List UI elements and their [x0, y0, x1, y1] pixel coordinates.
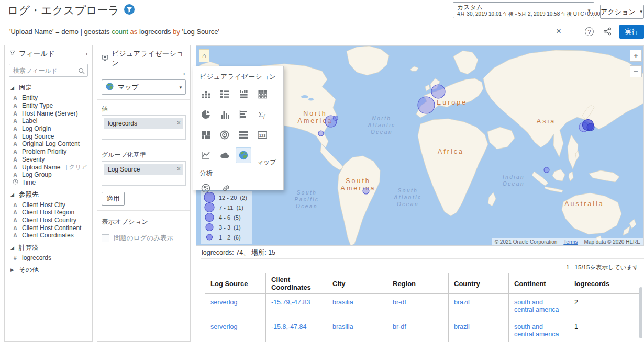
- table-cell-link[interactable]: brasilia: [327, 318, 387, 342]
- table-scrollbar[interactable]: [639, 287, 642, 338]
- group-by-chip-box: Log Source×: [102, 161, 186, 186]
- remove-chip-icon[interactable]: ×: [177, 119, 181, 127]
- visualization-type-select[interactable]: マップ ▼: [102, 79, 186, 95]
- collapse-viz-panel-icon[interactable]: ‹: [97, 70, 190, 78]
- viz-option-records-list-icon[interactable]: [217, 86, 232, 102]
- table-cell-link[interactable]: brazil: [449, 318, 509, 342]
- table-cell-link[interactable]: -15.79,-47.83: [266, 294, 327, 318]
- chip-log-source[interactable]: Log Source×: [104, 164, 183, 175]
- actions-button-label: アクション: [601, 7, 636, 17]
- map-bubble-us-gulf[interactable]: [318, 131, 324, 136]
- table-cell-link[interactable]: south and central america: [509, 294, 569, 318]
- viz-option-records-histogram-icon[interactable]: [236, 86, 251, 102]
- results-table: Log SourceClient CoordinatesCityRegionCo…: [205, 273, 640, 342]
- field-item-client-host-country[interactable]: AClient Host Country: [12, 216, 90, 224]
- field-item-log-source[interactable]: ALog Source: [12, 132, 90, 140]
- viz-option-stacked-bar-chart-icon[interactable]: [198, 86, 214, 102]
- field-item-label[interactable]: ALabel: [12, 117, 90, 125]
- field-item-log-origin[interactable]: ALog Origin: [12, 125, 90, 133]
- ocean-label: NorthAtlanticOcean: [368, 116, 396, 135]
- map-zoom-in-button[interactable]: +: [630, 50, 642, 62]
- table-column-header[interactable]: Log Source: [205, 273, 266, 294]
- viz-option-map-icon[interactable]: [236, 147, 251, 163]
- viz-option-treemap-icon[interactable]: [198, 127, 214, 143]
- apply-button[interactable]: 適用: [102, 192, 125, 206]
- field-item-client-coordinates[interactable]: AClient Coordinates: [12, 232, 90, 240]
- viz-option-table-grid-icon[interactable]: [254, 86, 270, 102]
- field-item-problem-priority[interactable]: AProblem Priority: [12, 148, 90, 156]
- share-icon[interactable]: [603, 27, 612, 38]
- table-cell-link[interactable]: serverlog: [205, 294, 266, 318]
- run-button[interactable]: 実行: [619, 25, 644, 39]
- field-item-host-name-server-[interactable]: AHost Name (Server): [12, 109, 90, 117]
- field-item-label: Original Log Content: [22, 140, 80, 147]
- analysis-option-cluster-icon[interactable]: [198, 180, 214, 196]
- query-token: 'Log Source': [182, 28, 219, 36]
- filter-badge-icon[interactable]: [124, 4, 135, 17]
- field-item-client-host-continent[interactable]: AClient Host Continent: [12, 224, 90, 232]
- map-bubble-brazil[interactable]: [363, 188, 369, 194]
- table-cell-link[interactable]: br-df: [387, 294, 449, 318]
- viz-option-pie-chart-icon[interactable]: [198, 107, 214, 122]
- table-column-header[interactable]: Client Coordinates: [266, 273, 327, 294]
- table-cell-link[interactable]: south and central america: [509, 318, 569, 342]
- remove-chip-icon[interactable]: ×: [177, 165, 181, 173]
- field-item-logrecords[interactable]: #logrecords: [12, 254, 90, 262]
- table-column-header[interactable]: logrecords: [569, 273, 641, 294]
- table-cell-link[interactable]: brasilia: [327, 294, 387, 318]
- time-range-selector[interactable]: カスタム 4月 30, 2019 10:01 午後 - 5月 2, 2019 1…: [453, 2, 594, 18]
- field-item-entity[interactable]: AEntity: [12, 94, 90, 102]
- collapse-fields-panel-icon[interactable]: ‹: [86, 51, 88, 57]
- viz-option-word-cloud-icon[interactable]: [217, 147, 232, 163]
- field-section-header[interactable]: ▶その他: [10, 265, 90, 276]
- query-token: logrecords: [139, 28, 171, 36]
- map-bubble-singapore[interactable]: [544, 167, 549, 173]
- table-column-header[interactable]: Continent: [509, 273, 569, 294]
- field-item-original-log-content[interactable]: AOriginal Log Content: [12, 140, 90, 148]
- clear-filter-link[interactable]: | クリア: [65, 163, 87, 171]
- map-home-button[interactable]: ⌂: [199, 49, 209, 62]
- map-bubble-us-east-small[interactable]: [334, 116, 338, 121]
- viz-option-column-chart-icon[interactable]: [217, 107, 232, 122]
- table-cell-link[interactable]: serverlog: [205, 318, 266, 342]
- query-bar: 'Upload Name' = demo | geostats count as…: [0, 22, 644, 41]
- viz-option-sunburst-icon[interactable]: [217, 127, 232, 143]
- field-section-header[interactable]: ◢参照先: [10, 189, 90, 200]
- field-item-log-group[interactable]: ALog Group: [12, 171, 90, 179]
- table-column-header[interactable]: Region: [387, 273, 449, 294]
- chip-logrecords[interactable]: logrecords×: [104, 118, 183, 129]
- table-cell-link[interactable]: -15.8,-47.84: [266, 318, 327, 342]
- viz-option-summary-table-icon[interactable]: Σf: [254, 107, 270, 122]
- viz-option-line-chart-icon[interactable]: [198, 147, 214, 163]
- problem-logs-only-checkbox[interactable]: [102, 234, 109, 242]
- viz-option-distinct-count-icon[interactable]: 123: [254, 127, 270, 143]
- terms-link[interactable]: Terms: [563, 239, 578, 245]
- map-bubble-germany[interactable]: [431, 85, 445, 98]
- field-section-header[interactable]: ◢固定: [10, 83, 90, 94]
- field-item-severity[interactable]: ASeverity: [12, 156, 90, 164]
- viz-option-records-icon[interactable]: [236, 127, 251, 143]
- table-column-header[interactable]: Country: [449, 273, 509, 294]
- analysis-option-link-analysis-icon[interactable]: [218, 180, 234, 196]
- field-section-header[interactable]: ◢計算済: [10, 243, 90, 254]
- table-cell-link[interactable]: br-df: [387, 318, 449, 342]
- field-item-upload-name[interactable]: AUpload Name| クリア: [12, 163, 90, 171]
- clear-query-icon[interactable]: ×: [553, 26, 564, 37]
- field-item-label: Client Host Region: [22, 209, 74, 216]
- search-fields-input[interactable]: [9, 64, 88, 77]
- help-icon[interactable]: ?: [585, 27, 594, 36]
- field-item-client-host-region[interactable]: AClient Host Region: [12, 209, 90, 216]
- viz-option-horizontal-bar-chart-icon[interactable]: [236, 107, 251, 122]
- table-cell-link[interactable]: brazil: [449, 294, 509, 318]
- map-bubble-france[interactable]: [418, 97, 435, 113]
- map-bubble-japan-small[interactable]: [587, 123, 594, 131]
- table-column-header[interactable]: City: [327, 273, 387, 294]
- fields-panel-title: フィールド: [19, 49, 55, 59]
- field-item-time[interactable]: Time: [12, 179, 90, 187]
- field-item-label: Client Host City: [22, 201, 65, 209]
- map-zoom-out-button[interactable]: −: [630, 65, 642, 77]
- field-item-entity-type[interactable]: AEntity Type: [12, 102, 90, 110]
- actions-button[interactable]: アクション ▼: [600, 5, 644, 19]
- query-input[interactable]: 'Upload Name' = demo | geostats count as…: [9, 22, 219, 41]
- field-item-client-host-city[interactable]: AClient Host City: [12, 201, 90, 209]
